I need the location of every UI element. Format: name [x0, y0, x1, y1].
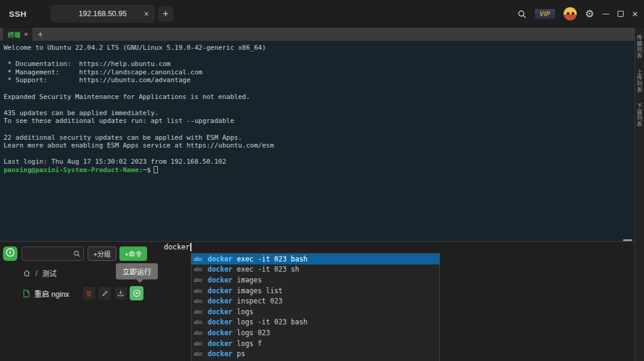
autocomplete-item[interactable]: abcdockerexec -it 023 sh: [191, 264, 439, 275]
window-close-button[interactable]: ×: [632, 9, 638, 19]
titlebar: SSH 192.168.50.95 × + VIP ⚙ ×: [0, 0, 644, 28]
word-suggestion-icon: abc: [194, 330, 203, 336]
app-window: SSH 192.168.50.95 × + VIP ⚙ × 终端 × + Wel…: [0, 0, 644, 361]
word-suggestion-icon: abc: [194, 309, 203, 315]
flash-circle-icon: [5, 248, 15, 260]
suggestion-keyword: docker: [208, 329, 233, 337]
word-suggestion-icon: abc: [194, 319, 203, 325]
minimize-button[interactable]: [603, 14, 609, 14]
add-command-button[interactable]: +命令: [119, 246, 147, 261]
breadcrumb-separator: /: [35, 269, 37, 278]
avatar-face: [567, 12, 570, 15]
terminal-output: Welcome to Ubuntu 22.04.2 LTS (GNU/Linux…: [4, 44, 634, 166]
new-terminal-tab-button[interactable]: +: [38, 28, 43, 41]
autocomplete-item[interactable]: abcdockerlogs f: [191, 338, 439, 349]
edit-command-button[interactable]: [98, 286, 112, 300]
autocomplete-item[interactable]: abcdockerps: [191, 348, 439, 359]
suggestion-keyword: docker: [208, 318, 233, 326]
prompt-user-host: panxing@paxini-System-Product-Name: [4, 166, 139, 174]
maximize-button[interactable]: [618, 11, 624, 17]
word-suggestion-icon: abc: [194, 277, 203, 283]
right-tab-download[interactable]: 下载列表: [636, 103, 643, 127]
gear-icon[interactable]: ⚙: [585, 8, 594, 20]
autocomplete-item[interactable]: abcdockerinspect 023: [191, 296, 439, 306]
script-file-icon: [23, 289, 30, 298]
suggestion-text: logs: [237, 308, 254, 316]
command-panel: +分组 +命令 立即运行 / 测试 重启 nginx: [0, 241, 634, 361]
suggestion-text: logs 023: [237, 329, 270, 337]
typed-command: docker: [164, 243, 190, 251]
suggestion-text: exec -it 023 bash: [237, 255, 308, 263]
user-avatar[interactable]: [564, 7, 577, 20]
suggestion-keyword: docker: [208, 297, 233, 305]
suggestion-keyword: docker: [208, 265, 233, 273]
delete-command-button[interactable]: [82, 286, 96, 300]
export-command-button[interactable]: [114, 286, 128, 300]
titlebar-controls: VIP ⚙ ×: [517, 0, 638, 28]
autocomplete-dropdown: abcdockerexec -it 023 bashabcdockerexec …: [191, 253, 440, 361]
vip-badge[interactable]: VIP: [535, 9, 555, 19]
run-command-button[interactable]: [130, 286, 143, 300]
suggestion-text: logs f: [237, 339, 262, 348]
suggestion-text: images list: [237, 287, 283, 295]
autocomplete-item[interactable]: abcdockerimages: [191, 275, 439, 285]
terminal-cursor: [154, 166, 158, 173]
terminal-prompt-line: panxing@paxini-System-Product-Name:~$: [4, 166, 634, 175]
suggestion-text: ps: [237, 350, 245, 358]
command-search-input[interactable]: [22, 250, 73, 257]
breadcrumb: / 测试: [23, 268, 56, 278]
connection-tab-label: 192.168.50.95: [79, 10, 127, 18]
word-suggestion-icon: abc: [194, 341, 203, 347]
autocomplete-item[interactable]: abcdockerlogs 023: [191, 327, 439, 338]
saved-command-name: 重启 nginx: [34, 288, 80, 299]
terminal-tab-close-icon[interactable]: ×: [24, 31, 28, 38]
search-icon[interactable]: [517, 10, 526, 19]
text-cursor: [190, 243, 191, 251]
autocomplete-item[interactable]: abcdockerimages list: [191, 285, 439, 296]
command-search-box: [22, 246, 84, 261]
word-suggestion-icon: abc: [194, 266, 203, 272]
suggestion-keyword: docker: [208, 276, 233, 284]
word-suggestion-icon: abc: [194, 298, 203, 304]
word-suggestion-icon: abc: [194, 256, 203, 262]
home-icon[interactable]: [23, 269, 31, 277]
terminal-tab[interactable]: 终端 ×: [3, 28, 32, 41]
prompt-path: :~$: [139, 166, 151, 174]
ssh-protocol-label: SSH: [9, 0, 26, 28]
terminal-view[interactable]: Welcome to Ubuntu 22.04.2 LTS (GNU/Linux…: [0, 41, 634, 241]
word-suggestion-icon: abc: [194, 351, 203, 357]
autocomplete-item[interactable]: abcdockerlogs: [191, 306, 439, 317]
command-input-text[interactable]: docker: [164, 243, 191, 251]
right-tab-transfer[interactable]: 传输列表: [636, 35, 643, 59]
terminal-tabbar: 终端 × +: [0, 28, 634, 41]
quick-command-toggle-button[interactable]: [3, 246, 17, 261]
suggestion-keyword: docker: [208, 308, 233, 316]
connection-tab-close-icon[interactable]: ×: [144, 10, 149, 18]
scrollbar-handle[interactable]: [623, 239, 632, 241]
suggestion-text: inspect 023: [237, 297, 283, 305]
saved-command-row[interactable]: 重启 nginx: [23, 286, 143, 300]
right-sidebar: 传输列表上传列表下载列表: [634, 28, 644, 361]
autocomplete-item[interactable]: abcdockerexec -it 023 bash: [191, 254, 439, 264]
word-suggestion-icon: abc: [194, 288, 203, 294]
add-group-button[interactable]: +分组: [88, 246, 116, 261]
suggestion-keyword: docker: [208, 255, 233, 263]
suggestion-keyword: docker: [208, 287, 233, 295]
right-tab-upload[interactable]: 上传列表: [636, 69, 643, 93]
suggestion-keyword: docker: [208, 350, 233, 358]
new-connection-button[interactable]: +: [158, 6, 173, 22]
autocomplete-item[interactable]: abcdockerlogs -it 023 bash: [191, 317, 439, 328]
suggestion-text: images: [237, 276, 262, 284]
breadcrumb-current-folder[interactable]: 测试: [42, 268, 56, 278]
search-icon: [73, 250, 80, 257]
suggestion-text: logs -it 023 bash: [237, 318, 308, 326]
suggestion-keyword: docker: [208, 339, 233, 348]
terminal-tab-label: 终端: [8, 30, 20, 39]
connection-tab[interactable]: 192.168.50.95 ×: [50, 5, 155, 23]
run-now-tooltip: 立即运行: [116, 263, 158, 279]
suggestion-text: exec -it 023 sh: [237, 265, 299, 273]
